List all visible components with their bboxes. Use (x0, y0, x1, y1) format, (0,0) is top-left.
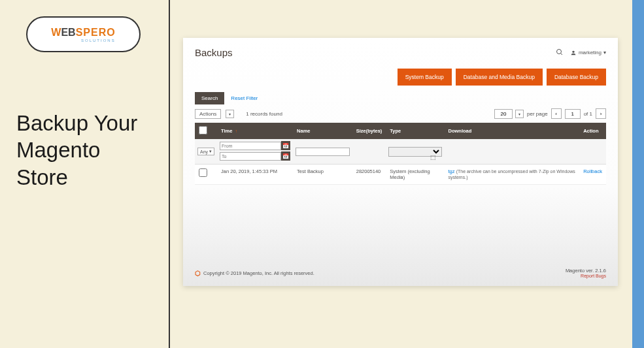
col-download[interactable]: Download (445, 123, 580, 139)
calendar-icon[interactable]: 📅 (281, 141, 290, 150)
col-type[interactable]: Type (386, 123, 444, 139)
cell-time: Jan 20, 2019, 1:45:33 PM (217, 165, 293, 185)
prev-page-button[interactable]: ‹ (551, 108, 562, 119)
footer-right: Magento ver. 2.1.6 Report Bugs (566, 268, 606, 278)
reset-filter-link[interactable]: Reset Filter (224, 92, 264, 104)
right-controls: ▾ per page ‹ of 1 › (494, 108, 606, 119)
search-button[interactable]: Search (195, 92, 224, 104)
actions-dropdown[interactable]: Actions (195, 109, 221, 119)
backups-grid: Time↑ Name Size(bytes) Type Download Act… (195, 123, 606, 185)
version-text: Magento ver. 2.1.6 (566, 268, 606, 274)
admin-footer: ⬡ Copyright © 2019 Magento, Inc. All rig… (195, 268, 606, 278)
logo-container: WEBSPERO SOLUTIONS (26, 16, 141, 52)
download-link[interactable]: tgz (449, 168, 455, 174)
records-found-text: 1 records found (246, 111, 282, 117)
logo-w: W (51, 27, 61, 38)
search-icon[interactable] (556, 48, 564, 57)
logo-spero: SPERO (76, 27, 116, 38)
cell-name: Test Backup (293, 165, 352, 185)
name-filter-input[interactable] (296, 148, 350, 156)
rollback-link[interactable]: Rollback (583, 168, 602, 174)
system-backup-button[interactable]: System Backup (398, 69, 452, 86)
cell-download: tgz (The archive can be uncompressed wit… (445, 165, 580, 185)
col-size[interactable]: Size(bytes) (352, 123, 386, 139)
database-media-backup-button[interactable]: Database and Media Backup (456, 69, 543, 86)
sort-arrow-icon: ↑ (235, 129, 237, 133)
actions-dropdown-label: Actions (199, 111, 216, 117)
to-date-input[interactable] (220, 152, 281, 161)
user-menu[interactable]: marketing ▾ (570, 50, 606, 56)
footer-left: ⬡ Copyright © 2019 Magento, Inc. All rig… (195, 268, 314, 278)
filter-row: Search Reset Filter (183, 92, 618, 104)
per-page-label: per page (527, 111, 548, 117)
header-right: marketing ▾ (556, 48, 606, 57)
logo-solutions: SOLUTIONS (51, 39, 115, 42)
logo: WEBSPERO SOLUTIONS (51, 27, 115, 42)
per-page-dropdown-toggle[interactable]: ▾ (515, 110, 524, 118)
row-checkbox[interactable] (199, 168, 207, 177)
actions-dropdown-toggle[interactable]: ▾ (226, 110, 234, 118)
action-buttons: System Backup Database and Media Backup … (183, 63, 618, 92)
col-name[interactable]: Name (293, 123, 352, 139)
logo-eb: EB (61, 27, 75, 38)
next-page-button[interactable]: › (596, 108, 606, 119)
calendar-icon[interactable]: 📅 (281, 151, 290, 161)
chevron-down-icon: ▾ (603, 50, 606, 55)
admin-panel: Backups marketing ▾ System Backup Databa… (183, 38, 618, 286)
left-controls: Actions ▾ 1 records found (195, 109, 282, 119)
database-backup-button[interactable]: Database Backup (547, 69, 606, 86)
any-select-label: Any (200, 150, 208, 154)
admin-header: Backups marketing ▾ (183, 38, 618, 63)
magento-logo-icon: ⬡ (195, 270, 201, 277)
current-page-input[interactable] (565, 109, 581, 119)
cell-size: 282005140 (352, 165, 386, 185)
col-time[interactable]: Time↑ (217, 123, 293, 139)
select-all-header[interactable] (195, 123, 217, 139)
table-row: Jan 20, 2019, 1:45:33 PM Test Backup 282… (195, 165, 606, 185)
download-note: (The archive can be uncompressed with 7-… (449, 169, 575, 180)
svg-point-0 (556, 49, 561, 54)
copyright-text: Copyright © 2019 Magento, Inc. All right… (203, 270, 314, 276)
grid-controls: Actions ▾ 1 records found ▾ per page ‹ o… (183, 104, 618, 123)
any-select[interactable]: Any ▾ (197, 148, 214, 155)
col-action[interactable]: Action (579, 123, 606, 139)
from-date-input[interactable] (220, 142, 281, 150)
svg-point-2 (572, 50, 574, 52)
page-title: Backup Your Magento Store (16, 110, 137, 191)
chevron-down-icon: ▾ (209, 149, 212, 154)
page-of-text: of 1 (584, 111, 592, 117)
admin-page-title: Backups (195, 47, 233, 58)
blue-accent-bar (632, 0, 644, 348)
user-icon (570, 50, 577, 56)
cell-type: System (excluding Media) (386, 165, 444, 185)
vertical-divider (169, 0, 170, 348)
select-all-checkbox[interactable] (199, 126, 207, 134)
cursor-icon: ⬚ (430, 154, 436, 161)
svg-line-1 (560, 53, 562, 55)
per-page-input[interactable] (494, 109, 513, 119)
user-menu-label: marketing (579, 50, 602, 55)
filter-inputs-row: Any ▾ 📅 📅 (195, 139, 606, 165)
report-bugs-link[interactable]: Report Bugs (566, 274, 606, 278)
